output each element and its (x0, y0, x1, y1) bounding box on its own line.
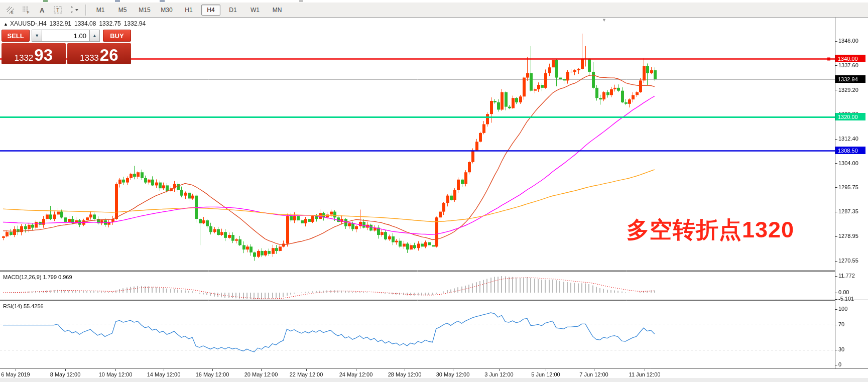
time-tick-label: 22 May 12:00 (290, 371, 323, 377)
ask-price-panel[interactable]: 1333 26 (67, 43, 132, 64)
price-tick-label: 1287.35 (838, 208, 858, 214)
drawing-tools: EFAT (2, 4, 82, 17)
timeframe-button-m30[interactable]: M30 (157, 5, 176, 16)
equidistant-channel-icon[interactable]: E (3, 4, 17, 17)
time-tick-label: 10 May 12:00 (99, 371, 133, 377)
time-tick (356, 369, 356, 371)
price-tick (835, 163, 837, 164)
time-tick (16, 369, 16, 371)
time-tick-label: 28 May 12:00 (388, 371, 422, 377)
price-tick (835, 212, 837, 212)
time-tick-label: 6 May 2019 (1, 371, 30, 377)
time-tick (453, 369, 453, 371)
text-box-icon[interactable]: T (51, 4, 65, 17)
toolbar-remnant (299, 0, 303, 2)
volume-input[interactable] (42, 30, 89, 42)
fibonacci-retracement-icon[interactable]: F (19, 4, 33, 17)
price-tick-label: 1278.95 (838, 233, 858, 239)
time-tick (212, 369, 213, 371)
price-tick (835, 41, 837, 42)
status-strip (0, 378, 868, 382)
svg-text:E: E (11, 11, 14, 14)
time-tick-label: 5 Jun 12:00 (531, 371, 560, 377)
svg-text:F: F (27, 11, 29, 14)
price-tick (835, 90, 837, 90)
rsi-tick (835, 325, 837, 325)
time-tick-label: 24 May 12:00 (339, 371, 373, 377)
time-tick (164, 369, 164, 371)
sell-button[interactable]: SELL (2, 30, 30, 42)
price-tick-label: 1304.00 (838, 160, 858, 166)
toolbar-remnant (115, 0, 120, 2)
mt4-window: EFAT M1M5M15M30H1H4D1W1MN ▲XAUUSD-,H4133… (0, 0, 868, 382)
time-tick-label: 11 Jun 12:00 (629, 371, 661, 377)
time-tick-label: 16 May 12:00 (196, 371, 229, 377)
rsi-tick-label: 70 (838, 321, 844, 327)
volume-decrease-button[interactable]: ▼ (32, 30, 42, 42)
price-level-badge: 1340.00 (835, 55, 865, 62)
chart-shift-marker-icon[interactable]: ▼ (602, 18, 606, 23)
macd-tick-label: 0.00 (838, 289, 849, 295)
toolbar-remnant (160, 0, 165, 2)
time-tick (499, 369, 500, 371)
time-tick-label: 7 Jun 12:00 (579, 371, 608, 377)
timeframe-button-w1[interactable]: W1 (245, 5, 265, 16)
time-tick (306, 369, 307, 371)
timeframe-button-h4[interactable]: H4 (201, 5, 220, 16)
buy-button[interactable]: BUY (103, 30, 131, 42)
svg-text:A: A (40, 7, 45, 14)
ohlc-low: 1332.75 (99, 20, 120, 27)
price-level-badge: 1332.94 (835, 75, 865, 83)
bid-price-main: 1332 (14, 54, 33, 62)
macd-tick (835, 276, 837, 277)
svg-text:T: T (56, 8, 59, 13)
ohlc-open: 1332.91 (50, 20, 71, 27)
one-click-trading-widget: SELL ▼ ▲ BUY 1332 93 1333 26 (2, 30, 131, 64)
price-level-badge: 1308.50 (835, 147, 865, 154)
timeframe-buttons: M1M5M15M30H1H4D1W1MN (89, 5, 288, 16)
collapse-arrow-icon[interactable]: ▲ (4, 22, 8, 27)
timeframe-button-m5[interactable]: M5 (113, 5, 132, 16)
rsi-tick-label: 30 (838, 346, 844, 352)
ohlc-close: 1332.94 (124, 20, 146, 27)
macd-tick-label: 11.772 (838, 273, 855, 279)
time-tick (645, 369, 645, 371)
price-tick-label: 1270.55 (838, 258, 858, 264)
symbol-period: XAUUSD-,H4 (10, 20, 47, 27)
ask-price-main: 1333 (80, 54, 99, 62)
macd-tick (835, 299, 837, 300)
ask-price-pips: 26 (100, 48, 118, 62)
rsi-indicator-label: RSI(14) 55.4256 (3, 303, 44, 309)
time-tick (546, 369, 546, 371)
rsi-tick (835, 365, 837, 365)
time-tick-label: 30 May 12:00 (436, 371, 470, 377)
chart-title: ▲XAUUSD-,H41332.911334.081332.751332.94 (4, 20, 149, 27)
time-tick-label: 8 May 12:00 (50, 371, 81, 377)
time-tick (405, 369, 405, 371)
timeframe-button-m15[interactable]: M15 (135, 5, 154, 16)
arrows-dropdown-icon[interactable] (67, 4, 81, 17)
macd-indicator-label: MACD(12,26,9) 1.799 0.969 (3, 274, 72, 280)
volume-increase-button[interactable]: ▲ (89, 30, 100, 42)
timeframe-button-m1[interactable]: M1 (91, 5, 110, 16)
time-tick (65, 369, 66, 371)
price-tick (835, 187, 837, 188)
toolbar-remnant (43, 0, 48, 2)
price-tick-label: 1312.40 (838, 136, 858, 142)
price-level-badge: 1320.00 (835, 113, 865, 120)
chart-text-annotation: 多空转折点1320 (627, 215, 794, 245)
timeframe-button-d1[interactable]: D1 (223, 5, 242, 16)
time-tick (261, 369, 262, 371)
price-tick-label: 1295.75 (838, 184, 858, 190)
timeframe-button-h1[interactable]: H1 (179, 5, 198, 16)
price-tick-label: 1329.20 (838, 87, 858, 93)
time-tick (594, 369, 594, 371)
timeframe-button-mn[interactable]: MN (268, 5, 287, 16)
price-tick-label: 1337.60 (838, 62, 858, 68)
price-tick (835, 236, 837, 237)
time-tick-label: 14 May 12:00 (147, 371, 181, 377)
macd-tick (835, 293, 837, 293)
ohlc-high: 1334.08 (74, 20, 96, 27)
bid-price-panel[interactable]: 1332 93 (2, 43, 66, 64)
text-label-icon[interactable]: A (35, 4, 49, 17)
